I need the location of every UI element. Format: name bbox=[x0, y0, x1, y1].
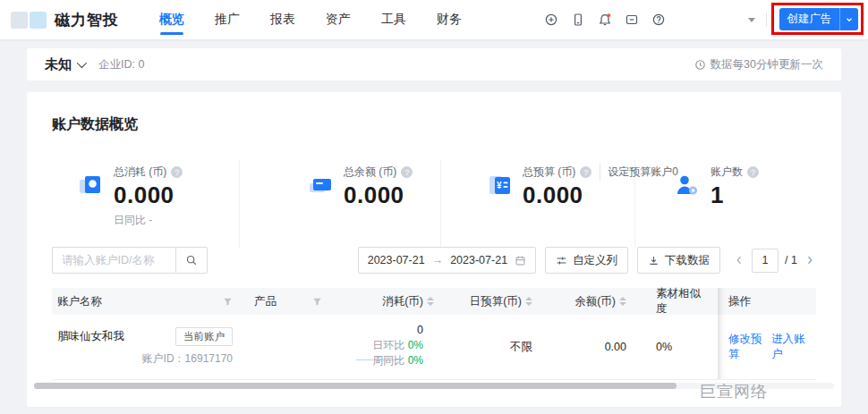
date-range-picker[interactable]: 2023-07-21 → 2023-07-21 bbox=[358, 247, 536, 274]
help-tooltip-icon[interactable]: ? bbox=[580, 166, 591, 178]
search-button[interactable] bbox=[175, 247, 208, 274]
table-header-row: 账户名称 产品 消耗(币) 日预算(币) bbox=[52, 288, 816, 315]
current-account-badge: 当前账户 bbox=[175, 327, 233, 346]
search-input[interactable] bbox=[52, 247, 175, 274]
mobile-icon[interactable] bbox=[571, 13, 585, 27]
cell-actions: 修改预算 进入账户 bbox=[718, 315, 816, 379]
pagination: / 1 bbox=[733, 249, 816, 273]
stat-label: 总消耗 (币) bbox=[114, 165, 166, 180]
filter-funnel-icon[interactable] bbox=[223, 297, 233, 307]
create-ad-button[interactable]: 创建广告 bbox=[779, 8, 839, 30]
horizontal-scrollbar-thumb[interactable] bbox=[34, 383, 677, 389]
th-spend: 消耗(币) bbox=[333, 288, 445, 315]
stat-value: 1 bbox=[711, 182, 759, 209]
create-ad-split-button[interactable]: 创建广告 bbox=[779, 8, 858, 30]
calendar-icon bbox=[515, 255, 526, 266]
brand-title: 磁力智投 bbox=[55, 10, 119, 30]
modify-budget-link[interactable]: 修改预算 bbox=[728, 332, 762, 362]
cell-balance: 0.00 bbox=[543, 315, 637, 379]
week-ratio-value: 0% bbox=[408, 354, 423, 367]
customize-columns-button[interactable]: 自定义列 bbox=[545, 247, 628, 274]
account-id: 账户ID：16917170 bbox=[57, 351, 233, 367]
account-selector-label[interactable]: 未知 bbox=[45, 56, 72, 73]
download-icon bbox=[648, 255, 660, 266]
create-ad-dropdown-arrow[interactable] bbox=[839, 8, 858, 30]
date-range-arrow: → bbox=[432, 254, 444, 266]
account-selector-caret-icon[interactable] bbox=[77, 58, 87, 68]
spend-icon bbox=[79, 173, 102, 197]
download-data-button[interactable]: 下载数据 bbox=[637, 247, 720, 274]
filter-funnel-icon[interactable] bbox=[312, 297, 322, 307]
help-tooltip-icon[interactable]: ? bbox=[171, 166, 183, 178]
search-icon bbox=[185, 254, 198, 266]
help-tooltip-icon[interactable]: ? bbox=[401, 166, 413, 178]
sort-icon[interactable] bbox=[427, 297, 434, 306]
page-number-input[interactable] bbox=[752, 249, 779, 273]
budget-icon: ¥ bbox=[488, 173, 511, 197]
profile-dropdown-caret[interactable] bbox=[748, 18, 755, 22]
enterprise-id: 企业ID: 0 bbox=[98, 57, 144, 72]
date-end[interactable]: 2023-07-21 bbox=[450, 254, 507, 266]
accounts-icon bbox=[676, 173, 699, 197]
sort-icon[interactable] bbox=[525, 297, 532, 306]
date-start[interactable]: 2023-07-21 bbox=[368, 254, 425, 266]
th-account-name: 账户名称 bbox=[52, 288, 243, 315]
balance-icon bbox=[309, 173, 332, 197]
accounts-table: 账户名称 产品 消耗(币) 日预算(币) bbox=[52, 288, 816, 380]
sort-icon[interactable] bbox=[619, 297, 626, 306]
main-menu: 概览 推广 报表 资产 工具 财务 bbox=[144, 0, 477, 39]
stat-total-spend: 总消耗 (币) ? 0.000 日同比 - bbox=[52, 159, 240, 249]
section-title: 账户数据概览 bbox=[52, 115, 138, 134]
help-icon[interactable] bbox=[651, 13, 666, 27]
cell-account-name: 腊味仙女和我 当前账户 账户ID：16917170 bbox=[52, 315, 243, 379]
tab-tools[interactable]: 工具 bbox=[366, 0, 421, 39]
vendor-watermark: 巨宣网络 bbox=[700, 381, 768, 402]
stats-row: 总消耗 (币) ? 0.000 日同比 - 总余额 (币) ? bbox=[52, 159, 816, 249]
stat-total-balance: 总余额 (币) ? 0.000 bbox=[240, 159, 441, 249]
tab-assets[interactable]: 资产 bbox=[311, 0, 366, 39]
cell-daily-budget: 不限 bbox=[445, 315, 543, 379]
brand-logo bbox=[11, 12, 47, 29]
svg-text:¥: ¥ bbox=[497, 181, 502, 190]
th-actions: 操作 bbox=[718, 288, 816, 315]
account-subheader: 未知 企业ID: 0 数据每30分钟更新一次 bbox=[27, 48, 841, 80]
spend-value: 0 bbox=[372, 323, 423, 338]
tab-overview[interactable]: 概览 bbox=[144, 0, 200, 39]
sliders-icon bbox=[556, 255, 567, 266]
day-ratio-value: 0% bbox=[408, 339, 423, 351]
page-total: / 1 bbox=[785, 254, 797, 266]
daily-budget-value: 不限 bbox=[510, 340, 532, 355]
th-daily-budget: 日预算(币) bbox=[445, 288, 543, 315]
logo-square-right bbox=[30, 12, 47, 29]
stat-label: 账户数 bbox=[711, 165, 743, 180]
prev-page-icon[interactable] bbox=[733, 254, 745, 266]
toolbar-right-group: 2023-07-21 → 2023-07-21 自定义列 bbox=[358, 247, 816, 274]
clock-icon bbox=[694, 59, 706, 71]
notification-bell-icon[interactable] bbox=[598, 13, 612, 27]
th-balance: 余额(币) bbox=[543, 288, 637, 315]
tab-reports[interactable]: 报表 bbox=[255, 0, 311, 39]
account-search bbox=[52, 247, 208, 274]
next-page-icon[interactable] bbox=[804, 254, 816, 266]
recharge-icon[interactable] bbox=[544, 13, 558, 27]
data-refresh-note: 数据每30分钟更新一次 bbox=[694, 57, 823, 72]
tab-finance[interactable]: 财务 bbox=[421, 0, 477, 39]
enter-account-link[interactable]: 进入账户 bbox=[771, 332, 805, 362]
table-row: 腊味仙女和我 当前账户 账户ID：16917170 0 日环比 bbox=[52, 315, 816, 380]
nav-divider bbox=[766, 13, 767, 27]
account-name: 腊味仙女和我 bbox=[57, 329, 124, 344]
stat-label: 总余额 (币) bbox=[344, 165, 396, 180]
logo-square-left bbox=[11, 12, 28, 29]
stat-value: 0.000 bbox=[344, 182, 413, 209]
cell-spend: 0 日环比 0% 周同比 0% bbox=[333, 315, 445, 379]
stat-daily-compare: 日同比 - bbox=[114, 213, 183, 228]
topnav-icon-group bbox=[544, 0, 666, 39]
th-product: 产品 bbox=[243, 288, 333, 315]
message-icon[interactable] bbox=[625, 13, 639, 27]
tab-promotion[interactable]: 推广 bbox=[200, 0, 255, 39]
th-material-similarity: 素材相似度 bbox=[637, 288, 718, 315]
help-tooltip-icon[interactable]: ? bbox=[747, 166, 759, 178]
stat-value: 0.000 bbox=[114, 182, 183, 209]
day-ratio-label: 日环比 bbox=[372, 339, 404, 351]
top-navbar: 磁力智投 概览 推广 报表 资产 工具 财务 bbox=[0, 0, 868, 39]
